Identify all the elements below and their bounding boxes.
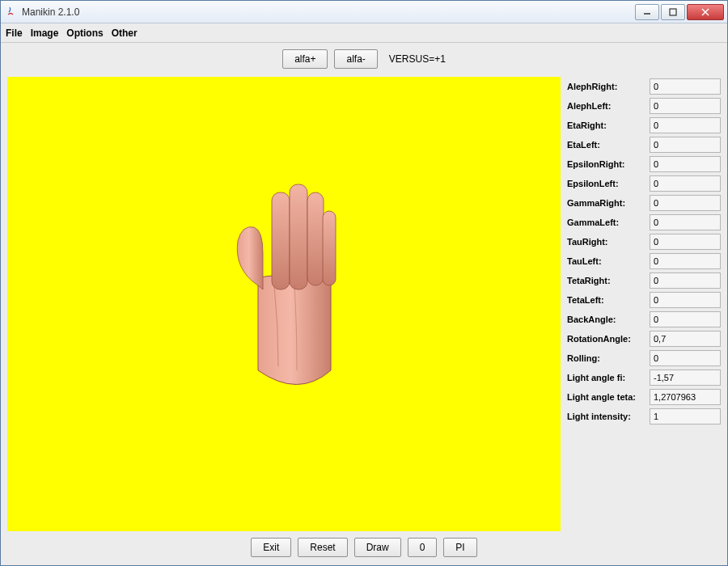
minimize-button[interactable] bbox=[635, 4, 659, 20]
alfa-plus-button[interactable]: alfa+ bbox=[282, 49, 328, 69]
param-label: TauRight: bbox=[567, 237, 648, 247]
param-label: AlephLeft: bbox=[567, 101, 648, 111]
param-alephleft: AlephLeft: bbox=[567, 98, 721, 114]
param-input-tauright[interactable] bbox=[650, 234, 721, 250]
param-label: RotationAngle: bbox=[567, 334, 648, 344]
param-label: Light intensity: bbox=[567, 412, 648, 421]
zero-button[interactable]: 0 bbox=[408, 538, 438, 557]
param-label: AlephRight: bbox=[567, 82, 648, 91]
param-input-backangle[interactable] bbox=[650, 311, 721, 327]
param-rotationangle: RotationAngle: bbox=[567, 331, 721, 347]
param-label: Light angle fi: bbox=[567, 373, 648, 382]
menu-other[interactable]: Other bbox=[112, 27, 138, 39]
param-label: EtaRight: bbox=[567, 120, 648, 130]
close-button[interactable] bbox=[687, 4, 724, 20]
window-title: Manikin 2.1.0 bbox=[22, 6, 79, 18]
param-label: BackAngle: bbox=[567, 315, 648, 324]
param-etaleft: EtaLeft: bbox=[567, 137, 721, 153]
param-label: GammaRight: bbox=[567, 198, 648, 208]
param-input-gammaleft[interactable] bbox=[650, 214, 721, 230]
param-label: EpsilonRight: bbox=[567, 159, 648, 169]
param-tetaleft: TetaLeft: bbox=[567, 292, 721, 308]
menu-image[interactable]: Image bbox=[31, 27, 59, 39]
param-gammaright: GammaRight: bbox=[567, 195, 721, 211]
param-tauleft: TauLeft: bbox=[567, 253, 721, 269]
content-area: AlephRight: AlephLeft: EtaRight: EtaLeft… bbox=[1, 72, 727, 531]
param-input-epsilonleft[interactable] bbox=[650, 175, 721, 192]
top-toolbar: alfa+ alfa- VERSUS=+1 bbox=[1, 43, 727, 72]
alfa-minus-button[interactable]: alfa- bbox=[334, 49, 377, 69]
param-lightanglefi: Light angle fi: bbox=[567, 370, 721, 386]
param-input-alephleft[interactable] bbox=[650, 98, 721, 114]
param-label: TetaLeft: bbox=[567, 295, 648, 305]
maximize-button[interactable] bbox=[661, 4, 685, 20]
param-input-tetaright[interactable] bbox=[650, 272, 721, 289]
menu-file[interactable]: File bbox=[6, 27, 23, 39]
bottom-toolbar: Exit Reset Draw 0 PI bbox=[1, 531, 727, 565]
param-label: TauLeft: bbox=[567, 256, 648, 266]
param-input-lightintensity[interactable] bbox=[650, 408, 721, 424]
viewport-3d[interactable] bbox=[7, 77, 561, 531]
param-lightangleteta: Light angle teta: bbox=[567, 389, 721, 405]
param-input-lightangleteta[interactable] bbox=[650, 389, 721, 405]
versus-label: VERSUS=+1 bbox=[389, 53, 446, 65]
param-input-lightanglefi[interactable] bbox=[650, 370, 721, 386]
svg-rect-7 bbox=[323, 211, 336, 285]
param-backangle: BackAngle: bbox=[567, 311, 721, 327]
param-epsilonright: EpsilonRight: bbox=[567, 156, 721, 172]
svg-rect-6 bbox=[307, 192, 324, 285]
param-input-alephright[interactable] bbox=[650, 78, 721, 95]
param-tetaright: TetaRight: bbox=[567, 272, 721, 289]
param-tauright: TauRight: bbox=[567, 234, 721, 250]
svg-rect-4 bbox=[272, 192, 290, 289]
menu-options[interactable]: Options bbox=[66, 27, 103, 39]
param-gammaleft: GammaLeft: bbox=[567, 214, 721, 230]
window-controls bbox=[633, 4, 724, 20]
param-rolling: Rolling: bbox=[567, 350, 721, 366]
svg-rect-1 bbox=[670, 9, 676, 15]
svg-rect-5 bbox=[290, 184, 307, 289]
app-window: Manikin 2.1.0 File Image Options Other a… bbox=[0, 0, 728, 566]
exit-button[interactable]: Exit bbox=[251, 538, 291, 557]
param-input-epsilonright[interactable] bbox=[650, 156, 721, 172]
param-label: EpsilonLeft: bbox=[567, 179, 648, 188]
param-label: TetaRight: bbox=[567, 276, 648, 285]
param-epsilonleft: EpsilonLeft: bbox=[567, 175, 721, 192]
draw-button[interactable]: Draw bbox=[354, 538, 401, 557]
titlebar: Manikin 2.1.0 bbox=[1, 1, 727, 23]
param-label: Light angle teta: bbox=[567, 392, 648, 402]
param-input-gammaright[interactable] bbox=[650, 195, 721, 211]
param-input-tetaleft[interactable] bbox=[650, 292, 721, 308]
param-input-rotationangle[interactable] bbox=[650, 331, 721, 347]
param-etaright: EtaRight: bbox=[567, 117, 721, 133]
param-input-rolling[interactable] bbox=[650, 350, 721, 366]
parameters-panel: AlephRight: AlephLeft: EtaRight: EtaLeft… bbox=[567, 77, 721, 531]
pi-button[interactable]: PI bbox=[443, 538, 476, 557]
param-input-etaright[interactable] bbox=[650, 117, 721, 133]
param-label: EtaLeft: bbox=[567, 140, 648, 150]
param-label: Rolling: bbox=[567, 353, 648, 363]
menubar: File Image Options Other bbox=[1, 23, 727, 43]
reset-button[interactable]: Reset bbox=[298, 538, 347, 557]
hand-model bbox=[210, 164, 371, 399]
param-input-tauleft[interactable] bbox=[650, 253, 721, 269]
java-icon bbox=[4, 6, 17, 19]
param-lightintensity: Light intensity: bbox=[567, 408, 721, 424]
param-alephright: AlephRight: bbox=[567, 78, 721, 95]
param-label: GammaLeft: bbox=[567, 218, 648, 227]
param-input-etaleft[interactable] bbox=[650, 137, 721, 153]
